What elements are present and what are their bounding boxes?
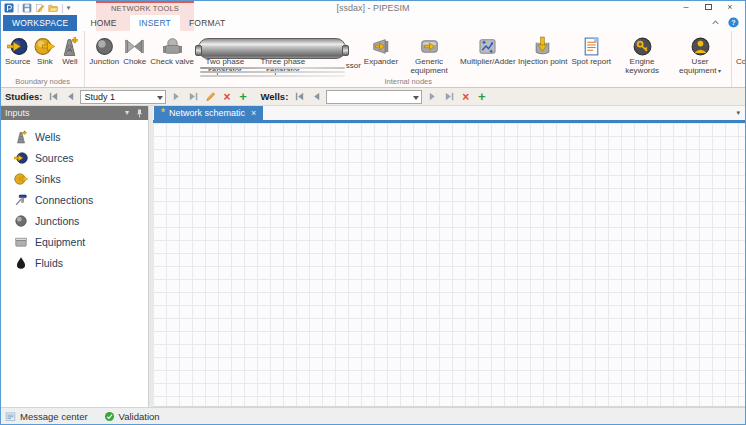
qat-dropdown-caret-icon[interactable]: ▾ (67, 4, 71, 12)
inputs-panel-header: Inputs ▾ (1, 106, 148, 120)
junction-icon (94, 34, 115, 58)
pin-icon[interactable] (135, 109, 144, 118)
document-area: * Network schematic × ▾ (153, 106, 745, 407)
study-prev-icon[interactable] (63, 90, 77, 104)
study-edit-icon[interactable] (203, 90, 217, 104)
sidebar-item-wells[interactable]: Wells (1, 126, 148, 147)
modified-marker: * (161, 108, 165, 118)
study-first-icon[interactable] (46, 90, 60, 104)
study-delete-icon[interactable]: × (220, 90, 233, 104)
sidebar-item-label: Sources (35, 152, 74, 164)
source-icon (7, 34, 28, 58)
check-valve-button[interactable]: Check valve (148, 34, 196, 67)
ribbon-item-label: Injection point (518, 58, 567, 67)
sidebar-item-sources[interactable]: Sources (1, 147, 148, 168)
engine-keywords-icon (632, 34, 653, 58)
help-icon[interactable]: ? (728, 17, 739, 28)
collapse-ribbon-icon[interactable] (710, 17, 721, 28)
injection-point-button[interactable]: Injection point (516, 34, 569, 67)
ribbon-item-label: Source (5, 58, 30, 67)
well-next-icon[interactable] (425, 90, 439, 104)
tab-list-caret-icon[interactable]: ▾ (736, 109, 740, 117)
study-next-icon[interactable] (169, 90, 183, 104)
minimize-button[interactable]: – (675, 1, 697, 15)
junction-button[interactable]: Junction (87, 34, 121, 67)
sink-button[interactable]: Sink (32, 34, 57, 67)
well-button[interactable]: Well (57, 34, 82, 67)
study-last-icon[interactable] (186, 90, 200, 104)
dropdown-caret-icon: ▾ (716, 68, 721, 74)
pipe-graphic-streaks (200, 67, 345, 79)
sidebar-item-label: Equipment (35, 236, 85, 248)
status-item-label: Message center (20, 411, 88, 422)
expander-icon (370, 34, 391, 58)
save-icon[interactable] (22, 3, 32, 13)
well-add-icon[interactable]: + (475, 89, 488, 104)
tab-network-schematic[interactable]: * Network schematic × (154, 106, 263, 120)
app-icon[interactable] (4, 3, 14, 13)
status-item-validation[interactable]: Validation (104, 411, 160, 422)
title-bar: | | ▾ [ssdax] - PIPESIM NETWORK TOOLS – … (1, 1, 745, 15)
inputs-panel: Inputs ▾ WellsSourcesSinksConnectionsJun… (1, 106, 149, 407)
network-schematic-canvas[interactable] (153, 123, 745, 407)
ribbon-group-boundary-nodes: SourceSinkWellBoundary nodes (1, 31, 85, 87)
generic-equipment-icon (419, 34, 440, 58)
spot-report-button[interactable]: Spot report (569, 34, 613, 67)
ribbon-item-label: Junction (89, 58, 119, 67)
well-last-icon[interactable] (442, 90, 456, 104)
pipesim-window: | | ▾ [ssdax] - PIPESIM NETWORK TOOLS – … (0, 0, 746, 425)
sink-icon (34, 34, 55, 58)
check-valve-icon (162, 34, 183, 58)
choke-icon (124, 34, 145, 58)
sidebar-item-label: Sinks (35, 173, 61, 185)
tab-home[interactable]: HOME (81, 15, 125, 31)
spot-report-icon (581, 34, 602, 58)
open-folder-icon[interactable] (48, 3, 58, 13)
well-delete-icon[interactable]: × (459, 90, 472, 104)
panel-dropdown-caret-icon[interactable]: ▾ (125, 106, 129, 120)
fluids-icon (14, 256, 28, 270)
choke-button[interactable]: Choke (121, 34, 148, 67)
well-prev-icon[interactable] (309, 90, 323, 104)
well-first-icon[interactable] (292, 90, 306, 104)
well-icon (59, 34, 80, 58)
junctions-icon (14, 214, 28, 228)
ribbon-group-label: Connections (732, 77, 746, 86)
select-caret-icon (157, 96, 163, 100)
document-tab-bar: * Network schematic × ▾ (153, 106, 745, 120)
well-select[interactable] (326, 90, 422, 104)
tab-insert[interactable]: INSERT (130, 15, 180, 31)
engine-keywords-button[interactable]: Engine keywords (613, 34, 671, 75)
maximize-button[interactable] (697, 1, 719, 15)
expander-button[interactable]: Expander (362, 34, 400, 67)
sidebar-item-fluids[interactable]: Fluids (1, 252, 148, 273)
connector-button[interactable]: Connector (734, 34, 746, 67)
study-add-icon[interactable]: + (236, 89, 249, 104)
ribbon-group-internal-nodes: JunctionChokeCheck valveTwo phase separa… (85, 31, 732, 87)
close-button[interactable]: × (719, 1, 741, 15)
status-item-message-center[interactable]: Message center (5, 411, 88, 422)
inputs-panel-title: Inputs (5, 106, 119, 120)
tab-close-icon[interactable]: × (251, 106, 256, 120)
tab-workspace[interactable]: WORKSPACE (3, 15, 77, 31)
status-item-label: Validation (119, 411, 160, 422)
generic-equipment-button[interactable]: Generic equipment (400, 34, 458, 75)
tab-format[interactable]: FORMAT (180, 15, 234, 31)
sidebar-item-junctions[interactable]: Junctions (1, 210, 148, 231)
multiplier-adder-button[interactable]: Multiplier/Adder (458, 34, 516, 67)
sidebar-item-equipment[interactable]: Equipment (1, 231, 148, 252)
user-equipment-button[interactable]: User equipment ▾ (671, 34, 729, 75)
wells-icon (14, 130, 28, 144)
edit-icon[interactable] (35, 3, 45, 13)
sidebar-item-sinks[interactable]: Sinks (1, 168, 148, 189)
ribbon-item-label: Generic equipment (402, 58, 456, 75)
studies-label: Studies: (5, 91, 42, 102)
ribbon-item-label: Sink (37, 58, 53, 67)
ribbon-tab-row: WORKSPACE HOME INSERT FORMAT ? (1, 15, 745, 31)
sidebar-item-connections[interactable]: Connections (1, 189, 148, 210)
ribbon-item-label: User equipment ▾ (673, 58, 727, 75)
ribbon: SourceSinkWellBoundary nodesJunctionChok… (1, 31, 745, 88)
sinks-icon (14, 172, 28, 186)
source-button[interactable]: Source (3, 34, 32, 67)
study-select[interactable]: Study 1 (80, 90, 166, 104)
